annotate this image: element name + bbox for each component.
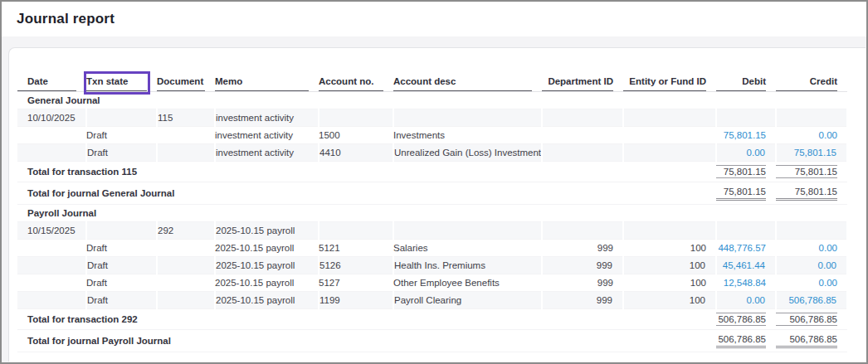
total-transaction-label: Total for transaction 115 [17,162,716,182]
empty-cell [542,222,623,240]
debit-amount-link[interactable]: 75,801.15 [716,127,776,144]
total-journal-credit-value: 506,786.85 [776,333,837,348]
department-id-cell: 999 [542,257,623,274]
date-cell [17,292,86,309]
entity-fund-id-cell: 100 [623,257,716,274]
account-desc-cell: Payroll Clearing [393,292,542,309]
document-cell [157,240,215,257]
empty-cell [319,222,393,240]
column-header-account-no-: Account no. [319,75,393,92]
debit-amount-link-value[interactable]: 448,776.57 [716,243,766,253]
total-journal-label: Total for journal Payroll Journal [17,330,716,352]
date-cell: 10/10/2025 [17,109,86,127]
credit-amount-link[interactable]: 75,801.15 [776,144,847,162]
account-no-cell: 1500 [319,127,393,144]
credit-amount-link[interactable]: 0.00 [776,240,847,257]
debit-amount-link-value[interactable]: 0.00 [717,148,765,158]
report-card: DateTxn stateDocumentMemoAccount no.Acco… [8,47,866,362]
credit-amount-link[interactable]: 0.00 [776,257,847,274]
total-transaction-credit-value: 75,801.15 [776,165,837,178]
journal-line-row: Draftinvestment activity1500Investments7… [17,127,847,144]
account-desc-cell: Salaries [393,240,542,257]
total-journal-row: Total for journal General Journal75,801.… [17,182,847,205]
date-cell [17,274,86,292]
memo-cell: investment activity [215,127,319,144]
total-transaction-debit-value: 506,786.85 [716,313,766,326]
memo-cell: investment activity [215,144,319,162]
empty-cell [542,109,623,127]
total-transaction-debit: 75,801.15 [716,162,776,182]
txn-state-cell: Draft [86,257,157,274]
journal-name: Payroll Journal [17,205,847,222]
document-cell [157,257,215,274]
debit-amount-link-value[interactable]: 75,801.15 [716,130,766,140]
total-transaction-credit: 506,786.85 [776,309,847,330]
credit-amount-link-value[interactable]: 75,801.15 [777,148,836,158]
column-header-department-id: Department ID [542,75,623,92]
credit-amount-link[interactable]: 0.00 [776,274,847,292]
credit-amount-link-value[interactable]: 506,786.85 [777,295,836,305]
credit-amount-link-value[interactable]: 0.00 [776,130,837,140]
account-no-cell: 5126 [319,257,393,274]
memo-cell: 2025-10.15 payroll [215,257,319,274]
department-id-cell [542,144,623,162]
debit-amount-link-value[interactable]: 0.00 [717,295,765,305]
debit-amount-link[interactable]: 45,461.44 [716,257,776,274]
column-header-document: Document [157,75,215,92]
transaction-row: 10/15/20252922025-10.15 payroll [17,222,847,240]
journal-header-row: General Journal [17,92,847,109]
date-cell [17,257,86,274]
column-header-label: Entity or Fund ID [623,75,706,91]
empty-cell [623,222,716,240]
column-header-memo: Memo [215,75,319,92]
debit-amount-link[interactable]: 12,548.84 [716,274,776,292]
debit-amount-link[interactable]: 448,776.57 [716,240,776,257]
total-transaction-row: Total for transaction 292506,786.85506,7… [17,309,847,330]
journal-line-row: Draft2025-10.15 payroll5127Other Employe… [17,274,847,292]
entity-fund-id-cell: 100 [623,292,716,309]
debit-amount-link-value[interactable]: 45,461.44 [717,260,765,270]
column-header-account-desc: Account desc [393,75,542,92]
department-id-cell: 999 [542,292,623,309]
memo-cell: investment activity [215,109,319,127]
department-id-cell: 999 [542,274,623,292]
page-title: Journal report [17,11,115,27]
empty-cell [319,109,393,127]
spacer-row [17,352,847,364]
credit-amount-link-value[interactable]: 0.00 [777,260,836,270]
column-header-label: Memo [215,75,309,91]
txn-state-cell: Draft [86,292,157,309]
credit-amount-link[interactable]: 0.00 [776,127,847,144]
memo-cell: 2025-10.15 payroll [215,274,319,292]
debit-amount-link-value[interactable]: 12,548.84 [716,278,766,288]
txn-state-cell [86,109,157,127]
memo-cell: 2025-10.15 payroll [215,222,319,240]
journal-name: General Journal [17,92,847,109]
column-header-txn-state: Txn state [86,75,157,92]
column-header-debit: Debit [716,75,776,92]
account-no-cell: 5121 [319,240,393,257]
total-transaction-debit-value: 75,801.15 [716,165,766,178]
total-journal-debit: 75,801.15 [716,182,776,205]
department-id-cell [542,127,623,144]
column-header-credit: Credit [776,75,847,92]
total-journal-label: Total for journal General Journal [17,182,716,205]
column-header-label: Credit [776,75,837,91]
empty-cell [776,109,847,127]
journal-header-row: Payroll Journal [17,205,847,222]
column-header-label: Debit [716,75,766,91]
debit-amount-link[interactable]: 0.00 [716,292,776,309]
account-no-cell: 4410 [319,144,393,162]
txn-state-cell: Draft [86,127,157,144]
journal-line-row: Draft2025-10.15 payroll5121Salaries99910… [17,240,847,257]
credit-amount-link[interactable]: 506,786.85 [776,292,847,309]
credit-amount-link-value[interactable]: 0.00 [776,243,837,253]
entity-fund-id-cell: 100 [623,240,716,257]
total-journal-debit: 506,786.85 [716,330,776,352]
total-journal-credit: 75,801.15 [776,182,847,205]
debit-amount-link[interactable]: 0.00 [716,144,776,162]
date-cell: 10/15/2025 [17,222,86,240]
credit-amount-link-value[interactable]: 0.00 [776,278,837,288]
account-desc-cell: Other Employee Benefits [393,274,542,292]
page-header: Journal report [2,2,866,36]
